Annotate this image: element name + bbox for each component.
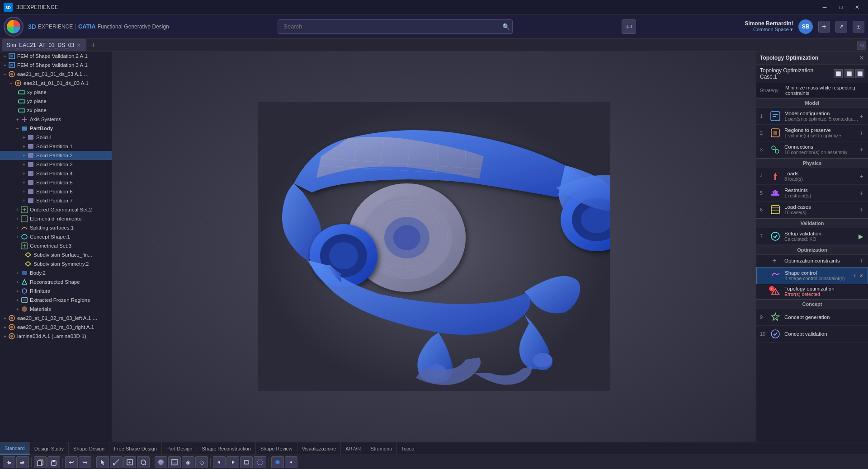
row-action-add-1[interactable]: + bbox=[859, 113, 864, 120]
row-action-add-6[interactable]: + bbox=[859, 206, 864, 213]
expander-icon[interactable]: + bbox=[2, 62, 8, 68]
expander-icon[interactable] bbox=[14, 89, 18, 95]
add-button[interactable]: + bbox=[818, 21, 830, 33]
expander-icon[interactable]: + bbox=[21, 143, 27, 150]
topo-row-shape-control[interactable]: Shape control 1 shape control constraint… bbox=[756, 267, 868, 284]
tree-item[interactable]: xy plane bbox=[0, 88, 112, 97]
expander-icon[interactable]: + bbox=[21, 197, 27, 204]
topo-row-connections[interactable]: 3 Connections 10 connection(s) on assemb… bbox=[756, 141, 868, 158]
tool-display-1[interactable]: ◈ bbox=[182, 456, 194, 468]
tab-close-button[interactable]: ✕ bbox=[77, 43, 80, 48]
tool-view-back[interactable] bbox=[254, 456, 266, 468]
tree-item[interactable]: − eae21_at_01_01_ds_03 A.1 bbox=[0, 79, 112, 88]
expander-icon[interactable]: + bbox=[21, 170, 27, 177]
tree-item[interactable]: + FEM of Shape Validation.2 A.1 bbox=[0, 52, 112, 61]
tool-redo[interactable] bbox=[16, 456, 29, 468]
expander-icon[interactable]: + bbox=[14, 288, 21, 294]
tool-materials-display[interactable] bbox=[271, 456, 284, 468]
row-action-add-8[interactable]: + bbox=[859, 257, 864, 264]
tab-tocco[interactable]: Tocco bbox=[397, 442, 420, 455]
expander-icon[interactable]: + bbox=[14, 297, 21, 303]
tree-item[interactable]: + eae20_at_01_02_rs_03_right A.1 bbox=[0, 323, 112, 332]
tree-item[interactable]: + Splitting surfaces.1 bbox=[0, 223, 112, 232]
expander-icon[interactable]: − bbox=[2, 71, 8, 77]
user-avatar[interactable]: SB bbox=[798, 19, 813, 34]
topo-row-setup-validation[interactable]: 7 Setup validation Calculated: KO ▶ bbox=[756, 228, 868, 245]
tree-item[interactable]: + Solid.1 bbox=[0, 133, 112, 142]
tree-item[interactable]: + Concept Shape.1 bbox=[0, 232, 112, 241]
expander-icon[interactable] bbox=[21, 252, 24, 258]
document-tab[interactable]: Sim_EAE21_AT_01_DS_03 ✕ bbox=[2, 39, 86, 51]
expander-icon[interactable]: + bbox=[14, 279, 21, 285]
new-tab-button[interactable]: + bbox=[88, 40, 98, 50]
expander-icon[interactable]: + bbox=[2, 324, 8, 330]
tool-copy[interactable] bbox=[34, 456, 47, 468]
tree-item[interactable]: yz plane bbox=[0, 97, 112, 106]
topo-row-concept-generation[interactable]: 9 Concept generation bbox=[756, 309, 868, 326]
tree-item[interactable]: + Elementi di riferimento bbox=[0, 214, 112, 223]
topo-icon-btn-3[interactable]: ⬜ bbox=[855, 69, 864, 78]
tree-item[interactable]: + eae20_at_01_02_rs_03_left A.1 (E... bbox=[0, 314, 112, 323]
expander-icon[interactable]: − bbox=[14, 243, 21, 249]
topo-row-load-cases[interactable]: 6 Load cases 10 case(s) + bbox=[756, 202, 868, 218]
search-input[interactable] bbox=[278, 19, 513, 34]
expander-icon[interactable]: + bbox=[2, 53, 8, 59]
tree-item[interactable]: + Solid Partition.1 bbox=[0, 142, 112, 151]
expander-icon[interactable]: + bbox=[21, 188, 27, 195]
tree-item[interactable]: Subdivision Surface_fin... bbox=[0, 250, 112, 259]
share-button[interactable]: ↗ bbox=[835, 21, 847, 33]
tree-item-reconstructed-shape[interactable]: + Reconstructed Shape bbox=[0, 277, 112, 286]
tool-fit[interactable] bbox=[123, 456, 136, 468]
minimize-button[interactable]: ─ bbox=[817, 3, 832, 12]
tool-select[interactable] bbox=[96, 456, 109, 468]
tree-item[interactable]: + Solid Partition.4 bbox=[0, 169, 112, 178]
expander-icon[interactable] bbox=[21, 261, 24, 267]
tool-display-2[interactable]: ◇ bbox=[195, 456, 208, 468]
tree-item[interactable]: + FEM of Shape Validation.3 A.1 bbox=[0, 61, 112, 70]
row-action-add-3[interactable]: + bbox=[859, 146, 864, 153]
topo-row-regions[interactable]: 2 Regions to preserve 1 volume(s) set to… bbox=[756, 125, 868, 141]
topo-row-opt-constraints[interactable]: + Optimization constraints + bbox=[756, 255, 868, 267]
close-button[interactable]: ✕ bbox=[850, 3, 864, 12]
tag-button[interactable]: 🏷 bbox=[622, 19, 636, 34]
expander-icon[interactable]: + bbox=[14, 225, 21, 231]
tool-shading-2[interactable] bbox=[168, 456, 181, 468]
maximize-button[interactable]: □ bbox=[834, 3, 848, 12]
expander-icon[interactable]: − bbox=[8, 80, 14, 86]
tab-strumenti[interactable]: Strumenti bbox=[366, 442, 397, 455]
topo-icon-btn-1[interactable]: ⬜ bbox=[834, 69, 843, 78]
compass-button[interactable] bbox=[4, 17, 24, 37]
topo-row-model-config[interactable]: 1 Model configuration 1 part(s) to optim… bbox=[756, 108, 868, 125]
tree-item[interactable]: + Materials bbox=[0, 305, 112, 314]
expander-icon[interactable]: + bbox=[14, 216, 21, 222]
topo-row-topology-opt[interactable]: ! Topology optimization Error(s) detecte… bbox=[756, 284, 868, 299]
row-action-add-5[interactable]: + bbox=[859, 189, 864, 197]
expander-icon[interactable]: + bbox=[14, 270, 21, 276]
search-button[interactable]: 🔍 bbox=[502, 23, 510, 30]
tree-item-extracted-frozen-regions[interactable]: + Extracted Frozen Regions bbox=[0, 295, 112, 305]
tree-item[interactable]: − Geometrical Set.3 bbox=[0, 241, 112, 250]
tree-item[interactable]: Subdivision Symmetry.2 bbox=[0, 259, 112, 268]
tab-shape-design[interactable]: Shape Design bbox=[69, 442, 109, 455]
tool-view-left[interactable] bbox=[213, 456, 226, 468]
tab-visualizzazione[interactable]: Visualizzazione bbox=[297, 442, 341, 455]
tree-item[interactable]: + Solid Partition.7 bbox=[0, 196, 112, 205]
expander-icon[interactable]: + bbox=[2, 315, 8, 321]
tool-view-right[interactable] bbox=[226, 456, 239, 468]
expander-icon[interactable] bbox=[14, 107, 18, 113]
tool-undo[interactable] bbox=[3, 456, 15, 468]
tab-shape-review[interactable]: Shape Review bbox=[256, 442, 297, 455]
tree-item[interactable]: + Rifinitura bbox=[0, 286, 112, 295]
tool-paste[interactable] bbox=[47, 456, 60, 468]
tree-item[interactable]: zx plane bbox=[0, 106, 112, 115]
expander-icon[interactable] bbox=[14, 98, 18, 104]
tree-item[interactable]: + Solid Partition.3 bbox=[0, 160, 112, 169]
expander-icon[interactable]: + bbox=[14, 116, 21, 122]
tab-shape-reconstruction[interactable]: Shape Reconstruction bbox=[197, 442, 255, 455]
topo-row-restraints[interactable]: 5 Restraints 1 restraint(s) + bbox=[756, 185, 868, 202]
tree-item[interactable]: + lamina03d A.1 (Lamina03D-1) bbox=[0, 332, 112, 341]
expander-icon[interactable]: + bbox=[14, 234, 21, 240]
tree-item[interactable]: − eae21_at_01_01_ds_03 A.1 (EAE... bbox=[0, 70, 112, 79]
apps-button[interactable]: ⊞ bbox=[853, 21, 864, 33]
expander-icon[interactable]: + bbox=[14, 306, 21, 312]
